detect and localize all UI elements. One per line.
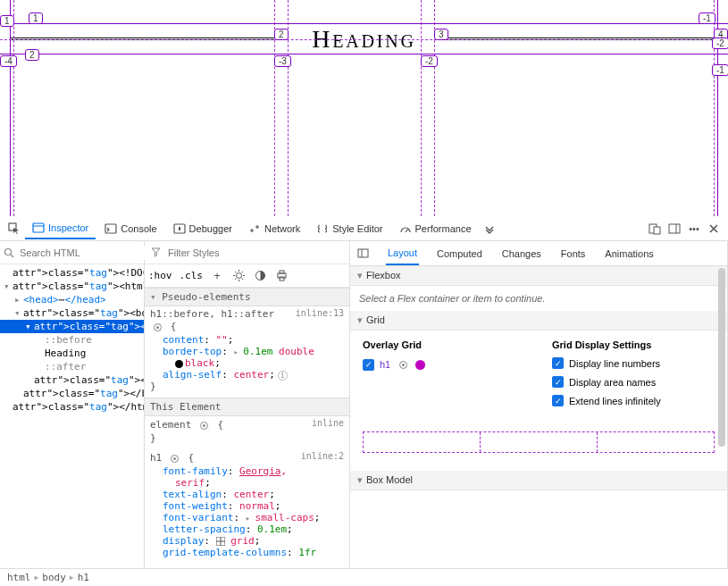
kebab-menu-icon[interactable]: ••• (685, 220, 703, 238)
dom-row[interactable]: ▾attr">class="tag"><h1>grid (0, 320, 144, 333)
rule-source[interactable]: inline:13 (296, 308, 344, 318)
selector-highlight-icon[interactable] (396, 357, 410, 372)
add-rule-icon[interactable]: + (210, 269, 224, 283)
layout-tab-changes[interactable]: Changes (500, 243, 543, 264)
svg-line-12 (11, 255, 13, 257)
grid-line-number: -2 (712, 38, 728, 49)
debugger-icon (173, 222, 186, 235)
rules-list[interactable]: ▾ Pseudo-elements h1::before, h1::after … (145, 288, 349, 568)
tab-console[interactable]: Console (97, 219, 163, 239)
filter-styles-input[interactable] (166, 246, 346, 260)
dom-toolbar: + (0, 241, 144, 264)
dom-row[interactable]: ▾attr">class="tag"><html attr">lang="en"… (0, 280, 144, 293)
rule-selector[interactable]: h1 (150, 452, 162, 464)
tab-label: Debugger (189, 223, 232, 234)
svg-rect-35 (358, 249, 368, 257)
grid-line-number: 1 (0, 15, 14, 27)
print-media-icon[interactable] (274, 269, 289, 283)
dom-row[interactable]: attr">class="tag"></h1> (0, 373, 144, 387)
grid-line-number: 3 (434, 29, 448, 40)
boxmodel-accordion[interactable]: ▾Box Model (350, 471, 727, 490)
setting-line-numbers[interactable]: ✓Display line numbers (552, 357, 715, 369)
checkbox-checked-icon[interactable]: ✓ (363, 359, 374, 371)
overlay-grid-item[interactable]: ✓ h1 (363, 357, 525, 372)
checkbox-checked-icon[interactable]: ✓ (552, 395, 564, 406)
dom-row[interactable]: attr">class="tag"></html> (0, 400, 144, 414)
rule-selector[interactable]: h1::before, h1::after (150, 308, 274, 320)
grid-color-swatch[interactable] (415, 360, 425, 370)
responsive-mode-icon[interactable] (646, 220, 664, 238)
grid-outline-preview (350, 423, 727, 471)
tab-debugger[interactable]: Debugger (166, 219, 239, 239)
setting-extend-lines[interactable]: ✓Extend lines infinitely (552, 395, 715, 406)
layout-tab-layout[interactable]: Layout (386, 242, 419, 265)
selector-highlight-icon[interactable] (150, 320, 164, 334)
tab-performance[interactable]: Performance (392, 219, 479, 239)
info-icon[interactable]: i (278, 371, 288, 381)
svg-line-21 (241, 272, 242, 272)
page-preview: Heading 1 2 3 4 -4 -3 -2 -1 1 2 -2 -1 (0, 0, 728, 216)
rule-source[interactable]: inline (312, 418, 344, 428)
grid-panel-body: Overlay Grid ✓ h1 Grid Display Settings … (350, 331, 727, 423)
rule-selector[interactable]: element (150, 419, 191, 431)
selector-highlight-icon[interactable] (168, 451, 182, 465)
dom-row[interactable]: attr">class="tag"><!DOCTYPE html> (0, 266, 144, 280)
tab-style-editor[interactable]: Style Editor (309, 219, 389, 239)
overflow-icon[interactable] (481, 220, 498, 238)
svg-rect-3 (105, 224, 116, 233)
rules-toolbar (145, 241, 349, 264)
style-editor-icon (316, 222, 329, 235)
svg-line-20 (235, 279, 236, 280)
dom-row[interactable]: attr">class="tag"></body> (0, 387, 144, 400)
scrollbar[interactable] (718, 268, 725, 566)
this-element-header[interactable]: This Element (145, 398, 349, 416)
crumb-item[interactable]: html (7, 572, 31, 583)
console-icon (105, 222, 117, 235)
dom-row[interactable]: Heading (0, 347, 144, 360)
grid-line-number: 2 (25, 49, 39, 61)
grid-accordion[interactable]: ▾Grid (350, 311, 727, 331)
layout-tab-fonts[interactable]: Fonts (559, 243, 588, 264)
svg-rect-1 (33, 223, 44, 232)
close-icon[interactable] (705, 220, 723, 238)
layout-tab-animations[interactable]: Animations (603, 243, 655, 264)
svg-rect-8 (654, 227, 660, 234)
pseudo-section-header[interactable]: ▾ Pseudo-elements (145, 288, 349, 306)
dom-search-input[interactable] (18, 246, 145, 260)
cls-toggle[interactable]: .cls (180, 270, 204, 281)
dom-tree[interactable]: attr">class="tag"><!DOCTYPE html>▾attr">… (0, 264, 144, 568)
performance-icon (399, 222, 412, 235)
tab-label: Style Editor (332, 223, 382, 234)
sidebar-toggle-icon[interactable] (356, 247, 370, 261)
svg-rect-5 (179, 227, 180, 230)
setting-label: Display area names (569, 377, 656, 388)
light-mode-icon[interactable] (231, 269, 246, 283)
dom-row[interactable]: ▾attr">class="tag"><body attr">translate… (0, 306, 144, 320)
setting-area-names[interactable]: ✓Display area names (552, 376, 715, 388)
tab-inspector[interactable]: Inspector (25, 218, 96, 239)
dom-row[interactable]: ::after (0, 360, 144, 373)
checkbox-checked-icon[interactable]: ✓ (552, 376, 564, 388)
rules-toggle-bar: :hov .cls + (145, 264, 349, 288)
selector-highlight-icon[interactable] (197, 418, 212, 432)
svg-line-19 (241, 279, 242, 280)
svg-point-27 (156, 326, 159, 329)
dom-row[interactable]: ▸<head>⋯</head> (0, 293, 144, 306)
flexbox-empty-note: Select a Flex container or item to conti… (350, 286, 727, 311)
tab-network[interactable]: Network (241, 219, 307, 239)
flexbox-accordion[interactable]: ▾Flexbox (350, 266, 727, 286)
layout-tab-computed[interactable]: Computed (435, 243, 484, 264)
pick-element-icon[interactable] (5, 220, 23, 238)
checkbox-checked-icon[interactable]: ✓ (552, 357, 564, 369)
dock-side-icon[interactable] (665, 220, 683, 238)
dom-row[interactable]: ::before (0, 333, 144, 347)
hov-toggle[interactable]: :hov (148, 270, 172, 281)
grid-value-icon[interactable] (216, 537, 225, 546)
rule-source[interactable]: inline:2 (301, 451, 344, 461)
overlay-grid-label: h1 (380, 359, 390, 370)
scrollbar-thumb[interactable] (718, 268, 725, 447)
crumb-item[interactable]: h1 (78, 572, 89, 583)
grid-line-number: -2 (421, 55, 438, 67)
crumb-item[interactable]: body (42, 572, 66, 583)
dark-mode-icon[interactable] (253, 269, 267, 283)
